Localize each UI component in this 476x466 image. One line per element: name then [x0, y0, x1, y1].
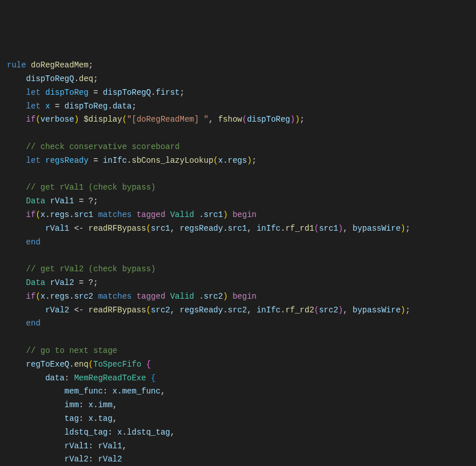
variable: rVal1 — [50, 196, 74, 206]
identifier: x — [117, 428, 122, 437]
function: fshow — [218, 115, 242, 124]
type: Data — [26, 196, 46, 206]
argument: src2 — [151, 306, 170, 315]
identifier: regsReady — [180, 224, 223, 233]
property: regs — [228, 156, 247, 165]
pattern: .src1 — [199, 210, 223, 219]
keyword-end: end — [26, 319, 41, 328]
field: rVal1 — [65, 441, 89, 451]
field: tag — [65, 414, 79, 423]
identifier: x — [113, 387, 117, 396]
property: regs — [50, 292, 70, 301]
property: src1 — [74, 210, 94, 219]
argument: src1 — [319, 224, 338, 233]
keyword-tagged: tagged — [137, 210, 165, 219]
variable: rVal1 — [45, 224, 69, 233]
field: rVal2 — [65, 455, 89, 464]
property: src1 — [228, 224, 247, 233]
field: imm — [65, 400, 79, 409]
type: MemRegReadToExe — [74, 373, 146, 383]
comment: // go to next stage — [26, 346, 118, 355]
keyword-if: if — [26, 210, 36, 219]
property: src2 — [74, 292, 94, 301]
type: ToSpecFifo — [93, 360, 141, 369]
rule-name: doRegReadMem — [31, 61, 89, 70]
method: sbCons_lazyLookup — [132, 156, 214, 165]
constructor: Valid — [170, 292, 194, 301]
keyword-let: let — [26, 102, 41, 111]
keyword-matches: matches — [98, 292, 132, 301]
identifier: x — [218, 156, 223, 165]
variable: rVal2 — [45, 306, 69, 315]
identifier: x — [41, 292, 45, 301]
pattern: .src2 — [199, 292, 223, 301]
string-literal: "[doRegReadMem] " — [127, 115, 209, 124]
variable: regsReady — [45, 156, 89, 165]
identifier: inIfc — [257, 224, 281, 233]
argument: src2 — [319, 306, 338, 315]
property: ldstq_tag — [127, 428, 170, 437]
comment: // get rVal2 (check bypass) — [26, 264, 156, 274]
keyword-begin: begin — [233, 292, 257, 301]
identifier: bypassWire — [353, 224, 401, 233]
property: first — [156, 88, 180, 97]
identifier: bypassWire — [353, 306, 401, 315]
code-editor[interactable]: rule doRegReadMem; dispToRegQ.deq; let d… — [7, 59, 469, 466]
field: mem_func — [65, 387, 103, 396]
identifier: verbose — [41, 115, 74, 124]
function: readRFBypass — [89, 224, 146, 233]
function: $display — [83, 115, 122, 124]
keyword-let: let — [26, 88, 41, 97]
field: ldstq_tag — [65, 428, 108, 437]
keyword-if: if — [26, 115, 36, 124]
identifier: inIfc — [103, 156, 127, 165]
identifier: x — [89, 414, 93, 423]
property: src2 — [228, 306, 247, 315]
keyword-rule: rule — [7, 61, 26, 70]
identifier: dispToRegQ — [103, 88, 151, 97]
variable: x — [45, 102, 50, 111]
method: deq — [79, 74, 93, 83]
function: readRFBypass — [89, 306, 146, 315]
identifier: x — [89, 400, 93, 409]
variable: dispToReg — [45, 88, 89, 97]
identifier: rVal1 — [98, 441, 122, 451]
property: mem_func — [122, 387, 161, 396]
property: imm — [98, 400, 113, 409]
keyword-tagged: tagged — [137, 292, 165, 301]
property: regs — [50, 210, 70, 219]
argument: src1 — [151, 224, 170, 233]
identifier: regToExeQ — [26, 360, 70, 369]
keyword-matches: matches — [98, 210, 132, 219]
comment: // get rVal1 (check bypass) — [26, 183, 156, 192]
identifier: x — [41, 210, 45, 219]
type: Data — [26, 278, 46, 287]
field: data — [45, 373, 65, 383]
variable: rVal2 — [50, 278, 74, 287]
identifier: dispToReg — [247, 115, 290, 124]
keyword-begin: begin — [233, 210, 257, 219]
keyword-end: end — [26, 238, 41, 247]
identifier: dispToRegQ — [26, 74, 74, 83]
identifier: dispToReg — [65, 102, 108, 111]
method: enq — [74, 360, 89, 369]
identifier: regsReady — [180, 306, 223, 315]
constructor: Valid — [170, 210, 194, 219]
comment: // check conservative scoreboard — [26, 142, 180, 151]
property: data — [113, 102, 132, 111]
keyword-if: if — [26, 292, 36, 301]
method: rf_rd1 — [285, 224, 314, 233]
method: rf_rd2 — [285, 306, 314, 315]
identifier: inIfc — [257, 306, 281, 315]
keyword-let: let — [26, 156, 41, 165]
property: tag — [98, 414, 113, 423]
identifier: rVal2 — [98, 455, 122, 464]
